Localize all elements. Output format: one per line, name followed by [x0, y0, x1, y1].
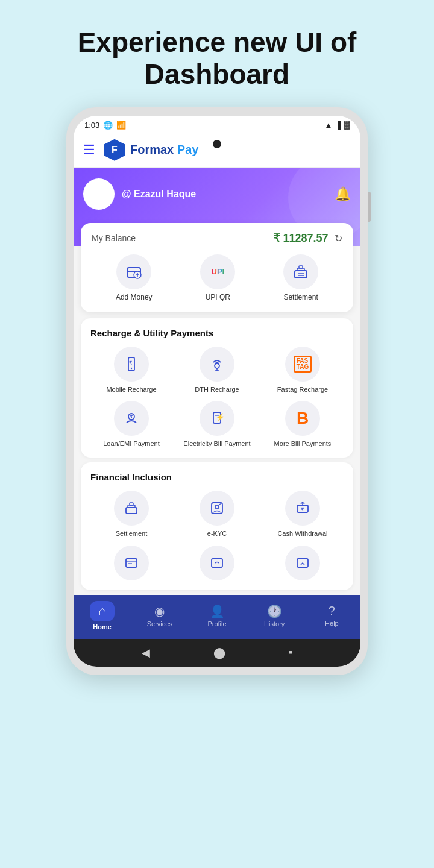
dth-recharge-icon [200, 347, 234, 382]
fi-item-4-icon [114, 546, 149, 580]
bottom-nav: ⌂ Home ◉ Services 👤 Profile 🕐 History ? … [74, 595, 360, 639]
phone-frame: 1:03 🌐 📶 ▲ ▐ ▓ ☰ F Formax Pay [66, 107, 368, 675]
top-nav: ☰ F Formax Pay [74, 133, 360, 168]
balance-label: My Balance [92, 233, 136, 243]
financial-inclusion-row2 [90, 546, 344, 580]
settlement-icon [283, 254, 318, 289]
settlement-label: Settlement [283, 293, 318, 301]
back-button[interactable]: ◀ [142, 646, 150, 659]
nav-help-label: Help [325, 620, 339, 627]
phone-home-bar: ◀ ⬤ ▪ [74, 639, 360, 667]
upi-qr-icon: UPI [200, 254, 235, 289]
fastag-recharge-icon: FASTAG [285, 347, 320, 382]
status-bar: 1:03 🌐 📶 ▲ ▐ ▓ [74, 116, 360, 133]
settlement-fi-icon [114, 491, 149, 526]
dth-recharge-label: DTH Recharge [195, 385, 239, 394]
electricity-bill-button[interactable]: ⚡ Electricity Bill Payment [176, 401, 258, 448]
add-money-label: Add Money [116, 293, 153, 301]
hamburger-menu[interactable]: ☰ [83, 142, 95, 158]
status-time: 1:03 [84, 121, 99, 130]
settlement-fi-label: Settlement [116, 529, 148, 538]
home-button[interactable]: ⬤ [213, 646, 225, 659]
help-icon: ? [329, 604, 335, 618]
page-heading: Experience new UI of Dashboard [42, 0, 393, 107]
fi-item-5[interactable] [176, 546, 258, 580]
add-money-icon [116, 254, 151, 289]
svg-rect-23 [130, 503, 133, 505]
loan-emi-label: Loan/EMI Payment [103, 439, 160, 448]
upi-qr-button[interactable]: UPI UPI QR [200, 254, 235, 301]
nav-services[interactable]: ◉ Services [131, 604, 188, 627]
svg-point-25 [215, 505, 219, 509]
fi-item-4[interactable] [90, 546, 172, 580]
dth-recharge-button[interactable]: DTH Recharge [176, 347, 258, 394]
upi-qr-label: UPI QR [206, 293, 230, 301]
ekyc-button[interactable]: e-KYC [176, 491, 258, 538]
more-bill-button[interactable]: B More Bill Payments [262, 401, 344, 448]
balance-card: My Balance ₹ 11287.57 ↻ [81, 223, 353, 312]
globe-icon: 🌐 [103, 121, 113, 130]
electricity-bill-label: Electricity Bill Payment [183, 439, 250, 448]
mobile-recharge-button[interactable]: ₹ Mobile Recharge [90, 347, 172, 394]
electricity-bill-icon: ⚡ [200, 401, 234, 436]
more-bill-icon: B [285, 401, 320, 436]
recharge-services-grid: ₹ Mobile Recharge [90, 347, 344, 448]
notification-bell-icon[interactable]: 🔔 [335, 186, 351, 202]
svg-rect-7 [299, 266, 303, 268]
svg-point-11 [131, 368, 132, 369]
settlement-button[interactable]: Settlement [283, 254, 318, 301]
cash-withdrawal-label: Cash Withdrawal [277, 529, 327, 538]
recharge-section: Recharge & Utility Payments ₹ Mobile Rec… [81, 318, 353, 458]
wifi-icon: ▲ [324, 121, 332, 130]
signal-icon: ▐ [335, 121, 341, 130]
fi-item-6[interactable] [262, 546, 344, 580]
nav-history-label: History [264, 620, 285, 627]
ekyc-icon [200, 491, 234, 526]
svg-rect-5 [295, 271, 307, 278]
home-icon: ⌂ [98, 603, 106, 618]
profile-icon: 👤 [210, 604, 225, 618]
fi-item-6-icon [285, 546, 320, 580]
svg-text:⚡: ⚡ [216, 412, 225, 421]
phone-screen: 1:03 🌐 📶 ▲ ▐ ▓ ☰ F Formax Pay [74, 116, 360, 667]
nav-home-label: Home [93, 623, 112, 631]
refresh-icon[interactable]: ↻ [335, 233, 342, 244]
mobile-recharge-icon: ₹ [114, 347, 149, 382]
services-icon: ◉ [154, 604, 165, 618]
quick-actions: Add Money UPI UPI QR [92, 254, 342, 301]
cash-withdrawal-button[interactable]: ₹ Cash Withdrawal [262, 491, 344, 538]
ekyc-label: e-KYC [207, 529, 227, 538]
svg-rect-32 [212, 559, 222, 567]
user-info: @ Ezazul Haque [83, 178, 196, 210]
sim-icon: 📶 [116, 121, 126, 130]
add-money-button[interactable]: Add Money [116, 254, 153, 301]
nav-home[interactable]: ⌂ Home [74, 601, 131, 631]
logo-icon: F [104, 139, 125, 161]
logo-area: F Formax Pay [104, 139, 198, 161]
nav-help[interactable]: ? Help [303, 604, 360, 627]
camera-notch [213, 140, 221, 148]
loan-emi-button[interactable]: ₹ Loan/EMI Payment [90, 401, 172, 448]
nav-profile[interactable]: 👤 Profile [188, 604, 245, 627]
settlement-fi-button[interactable]: Settlement [90, 491, 172, 538]
financial-inclusion-title: Financial Inclusion [90, 472, 344, 482]
loan-emi-icon: ₹ [114, 401, 149, 436]
recents-button[interactable]: ▪ [289, 646, 292, 659]
cash-withdrawal-icon: ₹ [285, 491, 320, 526]
svg-text:₹: ₹ [301, 507, 304, 512]
mobile-recharge-label: Mobile Recharge [106, 385, 156, 394]
nav-services-label: Services [147, 620, 172, 627]
nav-profile-label: Profile [207, 620, 226, 627]
logo-text: Formax Pay [130, 143, 198, 157]
nav-history[interactable]: 🕐 History [246, 604, 303, 627]
svg-text:₹: ₹ [129, 360, 133, 366]
financial-inclusion-grid: Settlement e-KYC [90, 491, 344, 538]
fi-item-5-icon [200, 546, 234, 580]
battery-icon: ▓ [344, 121, 350, 130]
recharge-section-title: Recharge & Utility Payments [90, 328, 344, 338]
history-icon: 🕐 [267, 604, 282, 618]
svg-rect-29 [126, 559, 137, 567]
avatar [83, 178, 115, 210]
fastag-recharge-button[interactable]: FASTAG Fastag Recharge [262, 347, 344, 394]
svg-point-13 [215, 363, 219, 368]
